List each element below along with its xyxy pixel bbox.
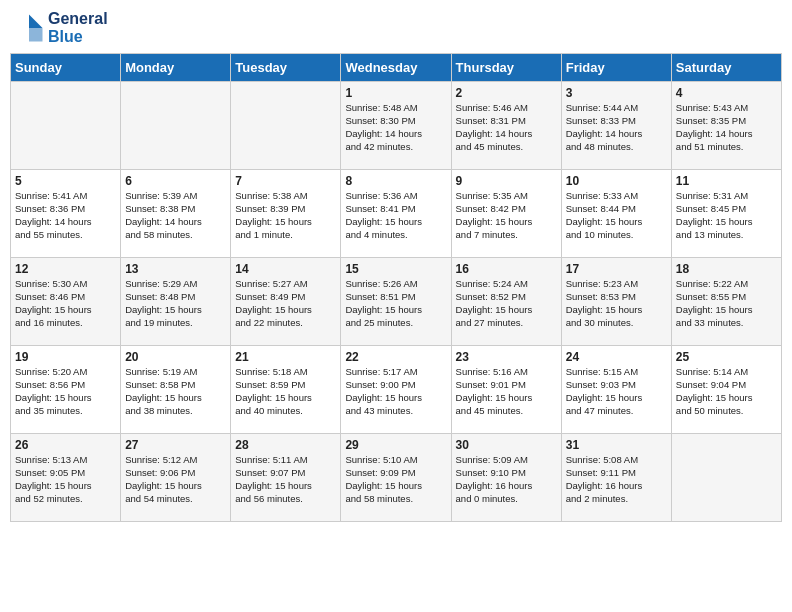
day-number: 6 <box>125 174 226 188</box>
calendar-cell: 13Sunrise: 5:29 AM Sunset: 8:48 PM Dayli… <box>121 258 231 346</box>
calendar-cell: 11Sunrise: 5:31 AM Sunset: 8:45 PM Dayli… <box>671 170 781 258</box>
day-content: Sunrise: 5:23 AM Sunset: 8:53 PM Dayligh… <box>566 278 667 329</box>
calendar-cell: 4Sunrise: 5:43 AM Sunset: 8:35 PM Daylig… <box>671 82 781 170</box>
logo-icon <box>14 13 44 43</box>
day-number: 23 <box>456 350 557 364</box>
day-content: Sunrise: 5:26 AM Sunset: 8:51 PM Dayligh… <box>345 278 446 329</box>
day-content: Sunrise: 5:36 AM Sunset: 8:41 PM Dayligh… <box>345 190 446 241</box>
day-content: Sunrise: 5:39 AM Sunset: 8:38 PM Dayligh… <box>125 190 226 241</box>
day-content: Sunrise: 5:11 AM Sunset: 9:07 PM Dayligh… <box>235 454 336 505</box>
day-number: 28 <box>235 438 336 452</box>
col-header-wednesday: Wednesday <box>341 54 451 82</box>
col-header-tuesday: Tuesday <box>231 54 341 82</box>
day-number: 20 <box>125 350 226 364</box>
day-content: Sunrise: 5:22 AM Sunset: 8:55 PM Dayligh… <box>676 278 777 329</box>
day-number: 2 <box>456 86 557 100</box>
calendar-cell: 15Sunrise: 5:26 AM Sunset: 8:51 PM Dayli… <box>341 258 451 346</box>
col-header-monday: Monday <box>121 54 231 82</box>
calendar-cell: 23Sunrise: 5:16 AM Sunset: 9:01 PM Dayli… <box>451 346 561 434</box>
day-number: 26 <box>15 438 116 452</box>
day-number: 12 <box>15 262 116 276</box>
calendar-week-1: 1Sunrise: 5:48 AM Sunset: 8:30 PM Daylig… <box>11 82 782 170</box>
day-number: 30 <box>456 438 557 452</box>
calendar-cell <box>231 82 341 170</box>
logo: General Blue <box>14 10 108 45</box>
col-header-saturday: Saturday <box>671 54 781 82</box>
day-content: Sunrise: 5:43 AM Sunset: 8:35 PM Dayligh… <box>676 102 777 153</box>
day-content: Sunrise: 5:27 AM Sunset: 8:49 PM Dayligh… <box>235 278 336 329</box>
day-content: Sunrise: 5:16 AM Sunset: 9:01 PM Dayligh… <box>456 366 557 417</box>
calendar-cell: 8Sunrise: 5:36 AM Sunset: 8:41 PM Daylig… <box>341 170 451 258</box>
calendar-cell: 10Sunrise: 5:33 AM Sunset: 8:44 PM Dayli… <box>561 170 671 258</box>
day-content: Sunrise: 5:44 AM Sunset: 8:33 PM Dayligh… <box>566 102 667 153</box>
day-number: 4 <box>676 86 777 100</box>
day-number: 14 <box>235 262 336 276</box>
calendar-cell: 14Sunrise: 5:27 AM Sunset: 8:49 PM Dayli… <box>231 258 341 346</box>
calendar-cell: 20Sunrise: 5:19 AM Sunset: 8:58 PM Dayli… <box>121 346 231 434</box>
svg-marker-0 <box>29 14 43 28</box>
svg-marker-1 <box>29 28 43 42</box>
page-header: General Blue <box>10 10 782 45</box>
day-content: Sunrise: 5:12 AM Sunset: 9:06 PM Dayligh… <box>125 454 226 505</box>
day-content: Sunrise: 5:15 AM Sunset: 9:03 PM Dayligh… <box>566 366 667 417</box>
calendar-cell: 6Sunrise: 5:39 AM Sunset: 8:38 PM Daylig… <box>121 170 231 258</box>
calendar-cell: 19Sunrise: 5:20 AM Sunset: 8:56 PM Dayli… <box>11 346 121 434</box>
calendar-cell: 5Sunrise: 5:41 AM Sunset: 8:36 PM Daylig… <box>11 170 121 258</box>
calendar-cell: 29Sunrise: 5:10 AM Sunset: 9:09 PM Dayli… <box>341 434 451 522</box>
calendar-cell: 18Sunrise: 5:22 AM Sunset: 8:55 PM Dayli… <box>671 258 781 346</box>
calendar-cell: 7Sunrise: 5:38 AM Sunset: 8:39 PM Daylig… <box>231 170 341 258</box>
day-number: 27 <box>125 438 226 452</box>
day-number: 3 <box>566 86 667 100</box>
calendar-week-2: 5Sunrise: 5:41 AM Sunset: 8:36 PM Daylig… <box>11 170 782 258</box>
day-number: 25 <box>676 350 777 364</box>
day-content: Sunrise: 5:31 AM Sunset: 8:45 PM Dayligh… <box>676 190 777 241</box>
day-number: 9 <box>456 174 557 188</box>
calendar-cell: 25Sunrise: 5:14 AM Sunset: 9:04 PM Dayli… <box>671 346 781 434</box>
day-content: Sunrise: 5:35 AM Sunset: 8:42 PM Dayligh… <box>456 190 557 241</box>
day-number: 29 <box>345 438 446 452</box>
day-number: 11 <box>676 174 777 188</box>
calendar-week-4: 19Sunrise: 5:20 AM Sunset: 8:56 PM Dayli… <box>11 346 782 434</box>
day-content: Sunrise: 5:10 AM Sunset: 9:09 PM Dayligh… <box>345 454 446 505</box>
calendar-cell: 17Sunrise: 5:23 AM Sunset: 8:53 PM Dayli… <box>561 258 671 346</box>
day-number: 18 <box>676 262 777 276</box>
day-content: Sunrise: 5:41 AM Sunset: 8:36 PM Dayligh… <box>15 190 116 241</box>
day-content: Sunrise: 5:48 AM Sunset: 8:30 PM Dayligh… <box>345 102 446 153</box>
day-number: 13 <box>125 262 226 276</box>
calendar-cell: 12Sunrise: 5:30 AM Sunset: 8:46 PM Dayli… <box>11 258 121 346</box>
day-content: Sunrise: 5:24 AM Sunset: 8:52 PM Dayligh… <box>456 278 557 329</box>
day-number: 17 <box>566 262 667 276</box>
calendar-cell: 24Sunrise: 5:15 AM Sunset: 9:03 PM Dayli… <box>561 346 671 434</box>
calendar-cell: 21Sunrise: 5:18 AM Sunset: 8:59 PM Dayli… <box>231 346 341 434</box>
logo-text: General Blue <box>48 10 108 45</box>
calendar-week-5: 26Sunrise: 5:13 AM Sunset: 9:05 PM Dayli… <box>11 434 782 522</box>
day-content: Sunrise: 5:33 AM Sunset: 8:44 PM Dayligh… <box>566 190 667 241</box>
day-content: Sunrise: 5:38 AM Sunset: 8:39 PM Dayligh… <box>235 190 336 241</box>
day-number: 19 <box>15 350 116 364</box>
calendar-cell <box>121 82 231 170</box>
day-content: Sunrise: 5:29 AM Sunset: 8:48 PM Dayligh… <box>125 278 226 329</box>
day-number: 1 <box>345 86 446 100</box>
col-header-friday: Friday <box>561 54 671 82</box>
day-content: Sunrise: 5:30 AM Sunset: 8:46 PM Dayligh… <box>15 278 116 329</box>
day-content: Sunrise: 5:13 AM Sunset: 9:05 PM Dayligh… <box>15 454 116 505</box>
calendar-cell: 27Sunrise: 5:12 AM Sunset: 9:06 PM Dayli… <box>121 434 231 522</box>
day-number: 8 <box>345 174 446 188</box>
col-header-thursday: Thursday <box>451 54 561 82</box>
calendar-cell: 16Sunrise: 5:24 AM Sunset: 8:52 PM Dayli… <box>451 258 561 346</box>
day-number: 15 <box>345 262 446 276</box>
calendar-cell: 28Sunrise: 5:11 AM Sunset: 9:07 PM Dayli… <box>231 434 341 522</box>
day-content: Sunrise: 5:19 AM Sunset: 8:58 PM Dayligh… <box>125 366 226 417</box>
calendar-cell: 22Sunrise: 5:17 AM Sunset: 9:00 PM Dayli… <box>341 346 451 434</box>
calendar-cell: 26Sunrise: 5:13 AM Sunset: 9:05 PM Dayli… <box>11 434 121 522</box>
day-content: Sunrise: 5:18 AM Sunset: 8:59 PM Dayligh… <box>235 366 336 417</box>
calendar-cell: 31Sunrise: 5:08 AM Sunset: 9:11 PM Dayli… <box>561 434 671 522</box>
day-number: 24 <box>566 350 667 364</box>
day-number: 7 <box>235 174 336 188</box>
day-number: 16 <box>456 262 557 276</box>
calendar-cell <box>671 434 781 522</box>
calendar-table: SundayMondayTuesdayWednesdayThursdayFrid… <box>10 53 782 522</box>
day-number: 5 <box>15 174 116 188</box>
day-content: Sunrise: 5:14 AM Sunset: 9:04 PM Dayligh… <box>676 366 777 417</box>
day-content: Sunrise: 5:09 AM Sunset: 9:10 PM Dayligh… <box>456 454 557 505</box>
